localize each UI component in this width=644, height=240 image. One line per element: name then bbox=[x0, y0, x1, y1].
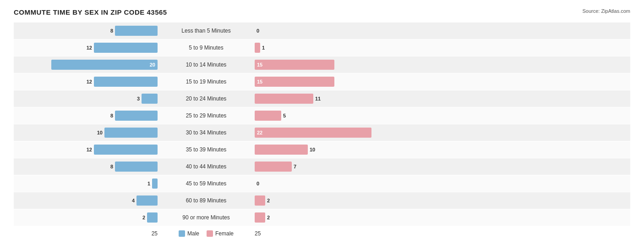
female-bar: 2 bbox=[255, 195, 265, 206]
female-value-inside: 15 bbox=[255, 79, 262, 84]
chart-row: 290 or more Minutes2 bbox=[14, 209, 630, 226]
female-label: Female bbox=[215, 230, 234, 237]
male-bar: 8 bbox=[115, 111, 158, 121]
male-bar-section: 3 bbox=[14, 94, 160, 104]
female-bar-section: 2 bbox=[252, 195, 398, 206]
female-value-zero: 0 bbox=[257, 181, 259, 186]
chart-title: COMMUTE TIME BY SEX IN ZIP CODE 43565 bbox=[14, 8, 630, 16]
male-bar-section: 1 bbox=[14, 179, 160, 189]
female-bar-section: 5 bbox=[252, 111, 398, 121]
chart-row: 125 to 9 Minutes1 bbox=[14, 39, 630, 56]
female-bar: 11 bbox=[255, 94, 313, 104]
time-range-label: Less than 5 Minutes bbox=[160, 28, 252, 34]
time-range-label: 35 to 39 Minutes bbox=[160, 146, 252, 153]
male-bar-section: 4 bbox=[14, 195, 160, 206]
male-value-outside: 4 bbox=[132, 198, 135, 203]
male-value-outside: 8 bbox=[110, 113, 113, 118]
female-bar-section: 10 bbox=[252, 145, 398, 155]
legend-female: Female bbox=[207, 230, 234, 237]
axis-right-label: 25 bbox=[252, 230, 398, 237]
male-value-outside: 8 bbox=[110, 164, 113, 169]
female-bar: 5 bbox=[255, 111, 281, 121]
female-color-box bbox=[207, 230, 213, 237]
axis-row: 25 Male Female 25 bbox=[14, 230, 630, 237]
female-bar-section: 1 bbox=[252, 43, 398, 53]
male-value-outside: 2 bbox=[142, 215, 145, 220]
male-bar-section: 8 bbox=[14, 162, 160, 172]
male-bar-section: 12 bbox=[14, 43, 160, 53]
chart-container: COMMUTE TIME BY SEX IN ZIP CODE 43565 So… bbox=[0, 0, 644, 240]
female-bar-section: 0 bbox=[252, 28, 398, 33]
time-range-label: 25 to 29 Minutes bbox=[160, 112, 252, 119]
male-bar: 4 bbox=[136, 195, 158, 206]
male-bar: 2 bbox=[147, 212, 158, 223]
male-bar: 12 bbox=[94, 77, 158, 87]
male-bar: 1 bbox=[152, 179, 158, 189]
male-bar-section: 20 bbox=[14, 60, 160, 70]
time-range-label: 60 to 89 Minutes bbox=[160, 197, 252, 204]
female-value-inside: 22 bbox=[255, 130, 262, 135]
chart-row: 2010 to 14 Minutes15 bbox=[14, 56, 630, 73]
female-bar-section: 15 bbox=[252, 60, 398, 70]
male-value-outside: 8 bbox=[110, 28, 113, 33]
female-bar-section: 2 bbox=[252, 212, 398, 223]
time-range-label: 40 to 44 Minutes bbox=[160, 163, 252, 170]
male-value-outside: 12 bbox=[87, 147, 92, 152]
chart-row: 145 to 59 Minutes0 bbox=[14, 175, 630, 192]
female-bar: 1 bbox=[255, 43, 260, 53]
chart-row: 1235 to 39 Minutes10 bbox=[14, 141, 630, 158]
legend: Male Female bbox=[160, 230, 252, 237]
male-value-inside: 20 bbox=[150, 62, 158, 67]
chart-row: 1030 to 34 Minutes22 bbox=[14, 124, 630, 141]
male-value-outside: 12 bbox=[87, 45, 92, 50]
male-value-outside: 3 bbox=[137, 96, 140, 101]
time-range-label: 90 or more Minutes bbox=[160, 214, 252, 221]
time-range-label: 15 to 19 Minutes bbox=[160, 78, 252, 85]
female-value-zero: 0 bbox=[257, 28, 259, 33]
time-range-label: 20 to 24 Minutes bbox=[160, 95, 252, 102]
female-value-outside: 1 bbox=[262, 45, 265, 50]
female-bar: 2 bbox=[255, 212, 265, 223]
chart-area: 8Less than 5 Minutes0125 to 9 Minutes120… bbox=[14, 22, 630, 226]
chart-row: 320 to 24 Minutes11 bbox=[14, 90, 630, 107]
male-bar: 3 bbox=[142, 94, 158, 104]
female-bar-section: 7 bbox=[252, 162, 398, 172]
male-value-outside: 12 bbox=[87, 79, 92, 84]
female-value-outside: 10 bbox=[310, 147, 315, 152]
source-label: Source: ZipAtlas.com bbox=[582, 8, 630, 14]
legend-male: Male bbox=[179, 230, 199, 237]
female-value-outside: 7 bbox=[294, 164, 296, 169]
time-range-label: 10 to 14 Minutes bbox=[160, 61, 252, 68]
chart-row: 825 to 29 Minutes5 bbox=[14, 107, 630, 124]
female-bar: 22 bbox=[255, 128, 371, 138]
male-bar: 8 bbox=[115, 162, 158, 172]
female-bar-section: 0 bbox=[252, 181, 398, 186]
female-value-outside: 5 bbox=[283, 113, 286, 118]
male-bar: 10 bbox=[104, 128, 158, 138]
chart-row: 8Less than 5 Minutes0 bbox=[14, 22, 630, 39]
male-bar: 12 bbox=[94, 43, 158, 53]
female-value-outside: 2 bbox=[267, 198, 270, 203]
female-bar: 10 bbox=[255, 145, 308, 155]
axis-left-label: 25 bbox=[14, 230, 160, 237]
male-bar-section: 8 bbox=[14, 111, 160, 121]
male-bar: 12 bbox=[94, 145, 158, 155]
female-bar: 15 bbox=[255, 60, 334, 70]
chart-row: 840 to 44 Minutes7 bbox=[14, 158, 630, 175]
male-bar: 8 bbox=[115, 26, 158, 36]
male-color-box bbox=[179, 230, 185, 237]
female-bar-section: 22 bbox=[252, 128, 398, 138]
male-bar-section: 10 bbox=[14, 128, 160, 138]
female-value-inside: 15 bbox=[255, 62, 262, 67]
time-range-label: 5 to 9 Minutes bbox=[160, 45, 252, 51]
time-range-label: 30 to 34 Minutes bbox=[160, 129, 252, 136]
male-bar: 20 bbox=[51, 60, 158, 70]
female-bar: 15 bbox=[255, 77, 334, 87]
male-label: Male bbox=[187, 230, 199, 237]
female-value-outside: 2 bbox=[267, 215, 270, 220]
male-value-outside: 1 bbox=[147, 181, 150, 186]
chart-row: 460 to 89 Minutes2 bbox=[14, 192, 630, 209]
time-range-label: 45 to 59 Minutes bbox=[160, 180, 252, 187]
male-bar-section: 2 bbox=[14, 212, 160, 223]
female-value-outside: 11 bbox=[315, 96, 321, 101]
